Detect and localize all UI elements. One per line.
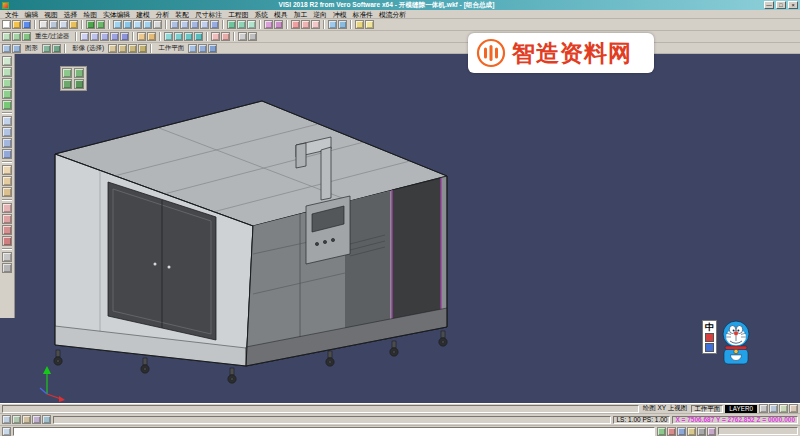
menu-item-6[interactable]: 建模	[133, 10, 153, 19]
selection-filter-icon[interactable]	[2, 32, 11, 41]
copy-icon[interactable]	[59, 20, 68, 29]
status-select-icon[interactable]	[2, 415, 11, 424]
pan-icon[interactable]	[153, 20, 162, 29]
view-iso-icon[interactable]	[170, 20, 179, 29]
menu-item-5[interactable]: 实体编辑	[100, 10, 133, 19]
dock-mirror-icon[interactable]	[2, 225, 12, 235]
wireframe-view-icon[interactable]	[237, 20, 246, 29]
select-all-icon[interactable]	[138, 44, 147, 53]
filter-arcs-icon[interactable]	[100, 32, 109, 41]
machine-model[interactable]	[0, 54, 800, 403]
ime-blue-icon[interactable]	[705, 343, 714, 352]
selection-mode-icon[interactable]	[12, 32, 21, 41]
dock-extrude-icon[interactable]	[2, 116, 12, 126]
cut-icon[interactable]	[49, 20, 58, 29]
attribute-manager-icon[interactable]	[274, 20, 283, 29]
dock-delete-icon[interactable]	[2, 252, 12, 262]
status-grid-toggle-icon[interactable]	[22, 415, 31, 424]
dock-move-icon[interactable]	[2, 203, 12, 213]
calculator-icon[interactable]	[355, 20, 364, 29]
dock-chamfer-icon[interactable]	[2, 187, 12, 197]
print-icon[interactable]	[39, 20, 48, 29]
save-file-icon[interactable]	[22, 20, 31, 29]
cmd-option2-icon[interactable]	[687, 427, 696, 436]
menu-item-12[interactable]: 模具	[271, 10, 291, 19]
workplane-xy-icon[interactable]	[188, 44, 197, 53]
view-rotate-icon[interactable]	[210, 20, 219, 29]
mini-pan-view-icon[interactable]	[74, 68, 84, 78]
workplane-view-icon[interactable]	[208, 44, 217, 53]
shading-icon[interactable]	[42, 44, 51, 53]
mini-zoom-view-icon[interactable]	[62, 79, 72, 89]
status-grid-icon[interactable]	[759, 404, 768, 413]
hidden-line-view-icon[interactable]	[247, 20, 256, 29]
menu-item-3[interactable]: 选择	[61, 10, 81, 19]
dock-boolean-icon[interactable]	[2, 165, 12, 175]
filter-points-icon[interactable]	[80, 32, 89, 41]
menu-item-15[interactable]: 冲模	[330, 10, 350, 19]
dock-scale-icon[interactable]	[2, 236, 12, 246]
arc-tool-icon[interactable]	[311, 20, 320, 29]
cmd-option3-icon[interactable]	[697, 427, 706, 436]
zoom-all-icon[interactable]	[123, 20, 132, 29]
menu-item-14[interactable]: 逆向	[310, 10, 330, 19]
viewport[interactable]: 中	[0, 54, 800, 403]
ime-chip[interactable]: 中	[702, 320, 717, 354]
zoom-out-icon[interactable]	[143, 20, 152, 29]
select-single-icon[interactable]	[108, 44, 117, 53]
view-front-icon[interactable]	[190, 20, 199, 29]
menu-item-9[interactable]: 尺寸标注	[192, 10, 225, 19]
menu-item-16[interactable]: 标准件	[349, 10, 375, 19]
minimize-button[interactable]: —	[764, 1, 774, 9]
menu-item-2[interactable]: 视图	[41, 10, 61, 19]
filter-lines-icon[interactable]	[90, 32, 99, 41]
mini-rotate-view-icon[interactable]	[62, 68, 72, 78]
status-layer-icon[interactable]	[32, 415, 41, 424]
dock-properties-icon[interactable]	[2, 263, 12, 273]
wcs-icon[interactable]	[211, 32, 220, 41]
maximize-button[interactable]: □	[776, 1, 786, 9]
dimension-icon[interactable]	[338, 20, 347, 29]
filter-surfaces-icon[interactable]	[110, 32, 119, 41]
status-view-icon[interactable]	[42, 415, 51, 424]
status-lock-icon[interactable]	[789, 404, 798, 413]
snap-center-icon[interactable]	[184, 32, 193, 41]
regen-icon[interactable]	[22, 32, 31, 41]
close-button[interactable]: ×	[788, 1, 798, 9]
command-mode-icon[interactable]	[2, 427, 11, 436]
view-top-icon[interactable]	[180, 20, 189, 29]
menu-item-17[interactable]: 模流分析	[376, 10, 409, 19]
cmd-option4-icon[interactable]	[707, 427, 716, 436]
status-snap-toggle-icon[interactable]	[12, 415, 21, 424]
mask-all-icon[interactable]	[137, 32, 146, 41]
cmd-option1-icon[interactable]	[677, 427, 686, 436]
mini-fit-view-icon[interactable]	[74, 79, 84, 89]
select-chain-icon[interactable]	[118, 44, 127, 53]
group-icon[interactable]	[238, 32, 247, 41]
menu-item-13[interactable]: 加工	[291, 10, 311, 19]
cmd-cancel-icon[interactable]	[667, 427, 676, 436]
menu-item-0[interactable]: 文件	[2, 10, 22, 19]
graphics-tool-1-icon[interactable]	[2, 44, 11, 53]
ime-red-icon[interactable]	[705, 333, 714, 342]
graphics-tool-2-icon[interactable]	[12, 44, 21, 53]
layer-indicator[interactable]: LAYER0	[725, 405, 757, 413]
help-icon[interactable]	[365, 20, 374, 29]
layer-manager-icon[interactable]	[264, 20, 273, 29]
zoom-in-icon[interactable]	[133, 20, 142, 29]
dock-point-icon[interactable]	[2, 67, 12, 77]
shaded-view-icon[interactable]	[227, 20, 236, 29]
point-tool-icon[interactable]	[291, 20, 300, 29]
snap-intersection-icon[interactable]	[194, 32, 203, 41]
zoom-window-icon[interactable]	[113, 20, 122, 29]
view-side-icon[interactable]	[200, 20, 209, 29]
snap-mid-icon[interactable]	[174, 32, 183, 41]
menu-item-8[interactable]: 装配	[172, 10, 192, 19]
menu-item-11[interactable]: 系统	[252, 10, 272, 19]
redo-icon[interactable]	[96, 20, 105, 29]
paste-icon[interactable]	[69, 20, 78, 29]
status-ortho-icon[interactable]	[779, 404, 788, 413]
dock-shell-icon[interactable]	[2, 149, 12, 159]
menu-item-4[interactable]: 绘图	[80, 10, 100, 19]
workplane-3point-icon[interactable]	[198, 44, 207, 53]
